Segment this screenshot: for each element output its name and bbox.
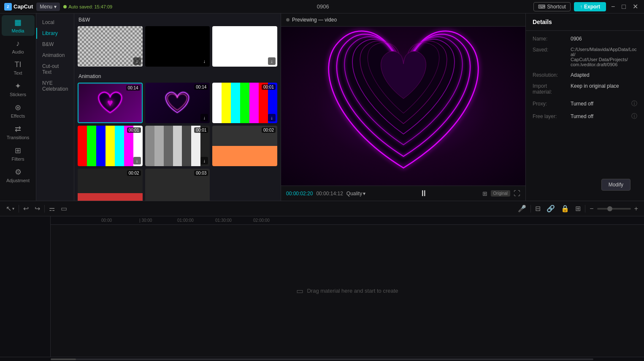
sidebar-item-adjustment[interactable]: ⚙ Adjustment [2,165,35,186]
thumb-duration: 00:02 [262,127,276,133]
freelayer-info-icon[interactable]: ⓘ [631,113,637,120]
time-total: 00:00:14:12 [316,191,343,197]
download-icon[interactable]: ↓ [200,157,208,164]
ruler-mark-30: | 30:00 [139,218,177,223]
left-panel: ▦ Media ♪ Audio TI Text ✦ Stickers ⊛ Eff… [0,13,36,201]
toolbar-divider2 [44,205,45,213]
detail-value-saved: C:/Users/Malavida/AppData/Local/CapCut/U… [571,47,637,67]
detail-row-resolution: Resolution: Adapted [533,72,637,78]
text-icon: TI [15,60,22,69]
media-thumb-colorbars2[interactable]: 00:01 ↓ [78,126,143,166]
modify-button[interactable]: Modify [601,179,630,191]
nav-item-nye[interactable]: NYE Celebration [36,78,74,94]
detail-row-saved: Saved: C:/Users/Malavida/AppData/Local/C… [533,47,637,67]
minimize-button[interactable]: − [609,3,617,11]
nav-item-cutout[interactable]: Cut-out Text [36,61,74,78]
split-button[interactable]: ⚎ [47,204,57,213]
preview-header: Previewing — video [281,13,525,27]
media-thumb-colorbars3[interactable]: 00:01 ↓ [145,126,210,166]
timeline-wrapper: 00:00 | 30:00 01:00:00 01:30:00 02:00:00… [0,216,644,357]
media-thumb-bottom1[interactable]: 00:02 [212,126,277,166]
timeline-content: 00:00 | 30:00 01:00:00 01:30:00 02:00:00… [51,216,644,357]
audio-strip-button[interactable]: ⊞ [574,204,582,213]
menu-label: Menu [40,4,52,10]
main-area: ▦ Media ♪ Audio TI Text ✦ Stickers ⊛ Eff… [0,13,644,201]
delete-button[interactable]: ▭ [59,204,69,213]
zoom-thumb[interactable] [607,206,612,211]
library-nav: Local Library B&W Animation Cut-out Text… [36,13,74,201]
nav-item-bw[interactable]: B&W [36,39,74,50]
top-bar: Z CapCut Menu ▾ Auto saved: 15:47:09 090… [0,0,644,13]
detail-label-import: Importmaterial: [533,83,571,95]
download-icon[interactable]: ↓ [133,57,141,65]
download-icon[interactable]: ↓ [200,114,208,121]
export-button[interactable]: ↑ Export [574,2,606,11]
sidebar-item-text[interactable]: TI Text [2,58,35,78]
quality-button[interactable]: Quality ▾ [346,191,365,197]
sidebar-item-transitions[interactable]: ⇄ Transitions [2,122,35,143]
download-icon[interactable]: ↓ [200,57,208,65]
scrollbar-track[interactable] [51,358,593,360]
nav-item-animation[interactable]: Animation [36,50,74,61]
autosave-dot-icon [63,5,67,8]
maximize-button[interactable]: □ [620,3,628,11]
media-thumb-heart1[interactable]: 00:14 [78,83,143,123]
screen-size-button[interactable]: ⊞ [482,190,487,197]
effects-icon: ⊛ [15,103,21,112]
media-thumb-bottom3[interactable]: 00:03 [145,169,210,201]
detail-value-proxy: Turned off [571,101,593,107]
close-button[interactable]: ✕ [631,3,640,11]
screen-icon: ⊞ [482,190,487,197]
ruler-mark-90: 01:30:00 [215,218,253,223]
media-thumb-white[interactable]: ↓ [212,26,277,67]
nav-item-local[interactable]: Local [36,17,74,28]
lock-button[interactable]: 🔒 [559,204,571,213]
cursor-icon: ↖ [6,205,11,213]
drag-hint-icon: ▭ [296,286,303,296]
undo-button[interactable]: ↩ [22,204,30,213]
link-button[interactable]: 🔗 [545,204,557,213]
media-thumb-colorbars1[interactable]: 00:01 ↓ [212,83,277,123]
media-icon: ▦ [14,18,22,27]
heart-video-background [281,27,525,186]
audio-icon: ♪ [16,39,20,48]
redo-button[interactable]: ↪ [33,204,42,213]
shortcut-label: Shortcut [547,4,566,10]
toolbar-divider [19,205,19,213]
zoom-out-button[interactable]: − [588,204,595,213]
sidebar-item-label: Effects [11,113,25,119]
download-icon[interactable]: ↓ [268,114,276,121]
sidebar-item-stickers[interactable]: ✦ Stickers [2,79,35,100]
sidebar-item-filters[interactable]: ⊞ Filters [2,143,35,164]
white-preview [212,26,277,67]
media-thumb-transparent[interactable]: ↓ [78,26,143,67]
microphone-button[interactable]: 🎤 [516,204,528,213]
download-icon[interactable]: ↓ [268,57,276,65]
media-thumb-black[interactable]: ↓ [145,26,210,67]
sidebar-item-effects[interactable]: ⊛ Effects [2,100,35,121]
nav-item-library[interactable]: Library [36,28,74,39]
checkerboard-preview [78,26,143,67]
media-thumb-bottom2[interactable]: 00:02 [78,169,143,201]
timeline-left-strip [0,216,51,357]
media-grid-bw: ↓ ↓ ↓ [78,26,277,67]
detail-label-saved: Saved: [533,47,571,53]
sidebar-item-label: Stickers [10,92,26,97]
scrollbar-thumb[interactable] [51,358,76,360]
download-icon[interactable]: ↓ [133,157,141,164]
select-tool-button[interactable]: ↖ ▾ [4,204,16,213]
fullscreen-button[interactable]: ⛶ [514,190,520,197]
shortcut-button[interactable]: ⌨ Shortcut [533,2,571,11]
zoom-in-button[interactable]: + [633,204,640,213]
preview-panel: Previewing — video [281,13,526,201]
snap-button[interactable]: ⊟ [533,204,542,213]
top-bar-right: ⌨ Shortcut ↑ Export − □ ✕ [533,2,640,11]
zoom-track[interactable] [597,208,631,210]
ruler-mark-0: 00:00 [101,218,139,223]
sidebar-item-media[interactable]: ▦ Media [2,15,35,36]
sidebar-item-audio[interactable]: ♪ Audio [2,37,35,57]
menu-button[interactable]: Menu ▾ [36,3,60,11]
media-thumb-heart2[interactable]: 00:14 ↓ [145,83,210,123]
proxy-info-icon[interactable]: ⓘ [631,100,637,108]
pause-button[interactable]: ⏸ [419,189,428,198]
